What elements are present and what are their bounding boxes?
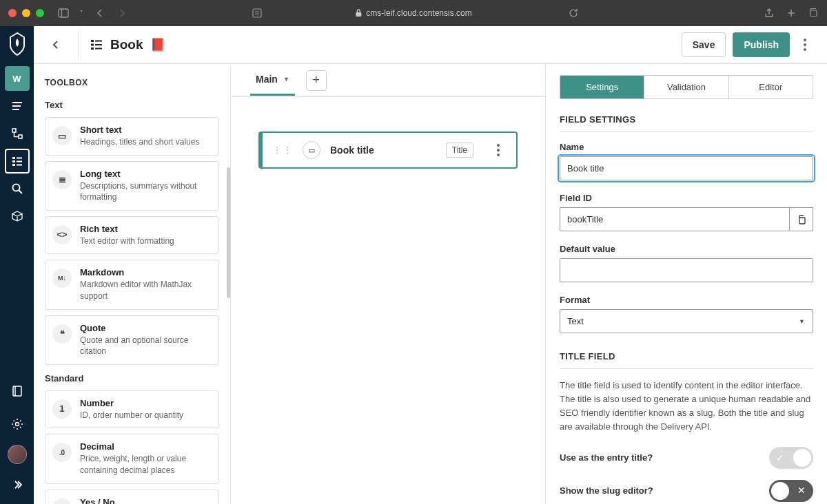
card-title: Decimal xyxy=(80,441,212,452)
toolbox-item-markdown[interactable]: M↓ MarkdownMarkdown editor with MathJax … xyxy=(45,260,219,309)
tab-settings[interactable]: Settings xyxy=(560,76,644,98)
nav-back-icon[interactable] xyxy=(94,8,105,19)
dropdown-icon[interactable]: ˅ xyxy=(80,10,83,17)
minimize-window-icon[interactable] xyxy=(22,9,30,17)
svg-rect-27 xyxy=(91,48,94,50)
check-icon: ✓ xyxy=(776,452,784,463)
markdown-icon: M↓ xyxy=(52,269,72,288)
card-title: Short text xyxy=(80,125,199,135)
title-badge: Title xyxy=(446,143,473,158)
x-icon: ✕ xyxy=(797,485,806,496)
workspace-badge[interactable]: W xyxy=(5,66,30,91)
nav-entries-icon[interactable] xyxy=(5,94,30,118)
card-desc: Descriptions, summarys without formattin… xyxy=(80,181,196,202)
add-tab-button[interactable]: + xyxy=(306,70,327,91)
nav-book-icon[interactable] xyxy=(5,379,30,403)
nav-tree-icon[interactable] xyxy=(5,121,30,146)
address-bar[interactable]: cms-leif.cloud.contensis.com xyxy=(355,8,471,18)
page-title-text: Book xyxy=(110,37,143,52)
card-desc: Price, weight, length or value containin… xyxy=(80,454,186,475)
slug-editor-toggle-label: Show the slug editor? xyxy=(560,485,653,496)
format-select[interactable] xyxy=(560,309,813,333)
entry-title-toggle[interactable]: ✓ xyxy=(769,447,813,469)
card-title: Markdown xyxy=(80,267,212,277)
more-menu-button[interactable] xyxy=(797,39,813,51)
new-tab-icon[interactable] xyxy=(786,8,797,19)
browser-chrome: ˅ cms-leif.cloud.contensis.com xyxy=(0,0,827,26)
share-icon[interactable] xyxy=(764,8,775,19)
boolean-icon xyxy=(52,498,72,504)
toolbox-heading: TOOLBOX xyxy=(45,78,219,87)
toolbox-item-long-text[interactable]: ≣ Long textDescriptions, summarys withou… xyxy=(45,161,219,211)
svg-rect-2 xyxy=(253,9,261,17)
section-title: FIELD SETTINGS xyxy=(560,114,813,132)
toolbox-item-number[interactable]: 1 NumberID, order number or quantity xyxy=(45,390,219,429)
close-window-icon[interactable] xyxy=(8,9,17,17)
svg-rect-34 xyxy=(799,218,805,224)
toolbox-panel: TOOLBOX Text ▭ Short textHeadings, title… xyxy=(34,64,231,504)
divider xyxy=(78,31,79,59)
drag-handle-icon[interactable]: ⋮⋮ xyxy=(272,145,293,156)
field-block-book-title[interactable]: ⋮⋮ ▭ Book title Title xyxy=(258,132,518,169)
short-text-icon: ▭ xyxy=(303,141,320,159)
fieldid-label: Field ID xyxy=(560,193,813,203)
tab-editor[interactable]: Editor xyxy=(729,76,813,98)
fieldid-input[interactable] xyxy=(560,207,790,231)
traffic-lights xyxy=(8,9,44,17)
title-field-description: The title field is used to identify cont… xyxy=(560,379,813,434)
slug-editor-toggle[interactable]: ✕ xyxy=(769,480,813,502)
entry-title-toggle-label: Use as the entry title? xyxy=(560,452,653,463)
maximize-window-icon[interactable] xyxy=(36,9,44,17)
decimal-icon: .0 xyxy=(52,443,72,462)
page-title: Book 📕 xyxy=(90,37,165,52)
short-text-icon: ▭ xyxy=(52,126,72,145)
nav-expand-icon[interactable] xyxy=(5,472,30,497)
field-block-label: Book title xyxy=(330,145,436,156)
svg-rect-8 xyxy=(810,10,817,17)
card-desc: Text editor with formatting xyxy=(80,236,174,246)
svg-point-20 xyxy=(12,185,19,191)
canvas-panel: Main ▼ + ⋮⋮ ▭ Book title Title xyxy=(231,64,546,504)
reload-icon[interactable] xyxy=(568,8,579,19)
card-desc: Headings, titles and short values xyxy=(80,137,199,147)
svg-rect-14 xyxy=(12,157,15,159)
tab-label: Main xyxy=(256,74,278,85)
toolbox-item-boolean[interactable]: Yes / NoValue that is either true or fal… xyxy=(45,490,219,504)
name-input[interactable] xyxy=(560,156,813,180)
reader-icon[interactable] xyxy=(252,8,263,19)
settings-panel: Settings Validation Editor FIELD SETTING… xyxy=(546,64,827,504)
category-label: Text xyxy=(45,100,219,110)
scrollbar-thumb[interactable] xyxy=(227,167,230,298)
toolbox-item-decimal[interactable]: .0 DecimalPrice, weight, length or value… xyxy=(45,434,219,483)
svg-rect-5 xyxy=(356,12,361,17)
rich-text-icon: <> xyxy=(52,225,72,244)
card-title: Number xyxy=(80,398,183,408)
sidebar-toggle-icon[interactable] xyxy=(58,8,69,19)
save-button[interactable]: Save xyxy=(682,32,726,57)
default-value-input[interactable] xyxy=(560,258,813,282)
canvas-tabs: Main ▼ + xyxy=(231,64,545,97)
chevron-down-icon: ▼ xyxy=(283,76,289,83)
back-button[interactable] xyxy=(48,36,64,53)
svg-line-21 xyxy=(19,191,22,194)
user-avatar[interactable] xyxy=(8,445,27,464)
app-logo[interactable] xyxy=(6,32,28,56)
nav-search-icon[interactable] xyxy=(5,176,30,201)
nav-content-types-icon[interactable] xyxy=(5,149,30,174)
nav-forward-icon[interactable] xyxy=(116,8,127,19)
copy-button[interactable] xyxy=(790,207,813,231)
svg-rect-13 xyxy=(19,135,22,138)
tabs-icon[interactable] xyxy=(808,8,819,19)
toolbox-item-rich-text[interactable]: <> Rich textText editor with formatting xyxy=(45,216,219,255)
tab-validation[interactable]: Validation xyxy=(644,76,728,98)
field-more-button[interactable] xyxy=(490,144,507,156)
toolbox-item-short-text[interactable]: ▭ Short textHeadings, titles and short v… xyxy=(45,117,219,156)
svg-rect-12 xyxy=(12,129,16,132)
nav-settings-icon[interactable] xyxy=(5,412,30,437)
card-desc: ID, order number or quantity xyxy=(80,410,183,420)
tab-main[interactable]: Main ▼ xyxy=(250,65,295,96)
nav-box-icon[interactable] xyxy=(5,204,30,229)
card-title: Long text xyxy=(80,169,212,179)
toolbox-item-quote[interactable]: ❝ QuoteQuote and an optional source cita… xyxy=(45,315,219,365)
publish-button[interactable]: Publish xyxy=(733,32,790,57)
